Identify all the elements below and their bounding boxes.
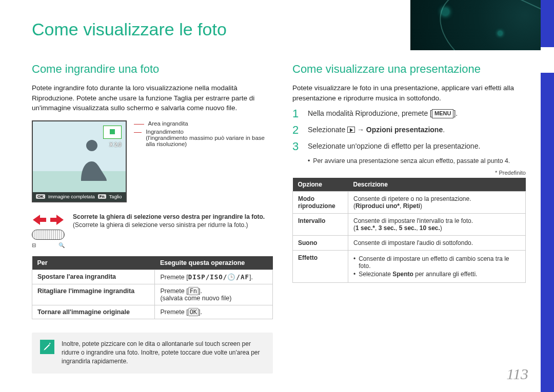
right-column: Come visualizzare una presentazione Pote…	[292, 63, 526, 283]
slideshow-steps: 1 Nella modalità Riproduzione, premete […	[292, 108, 526, 164]
ok-pill: OK	[36, 194, 45, 199]
touch-tip-box: Inoltre, potete pizzicare con le dita o …	[32, 333, 273, 374]
table-row: Suono Consente di impostare l'audio di s…	[293, 236, 526, 251]
camera-screen-preview: X 2.0 OK Immagine completata Fn Taglio	[32, 120, 127, 202]
svg-marker-0	[33, 215, 46, 225]
section-heading-slideshow: Come visualizzare una presentazione	[292, 63, 526, 76]
ok-label: Immagine completata	[48, 194, 95, 199]
page-number: 113	[506, 365, 528, 383]
table-row: Ritagliare l'immagine ingrandita Premete…	[32, 284, 273, 305]
zoom-out-icon: ⊟	[32, 242, 36, 248]
tip-icon	[40, 340, 54, 354]
table-row: Effetto •Consente di impostare un effett…	[293, 251, 526, 283]
breadcrumb: Riproduzione/Modifica	[32, 9, 98, 17]
hero-decoration	[410, 0, 554, 50]
dial-instruction: Scorrete la ghiera di selezione verso de…	[73, 213, 265, 230]
table-row: Tornare all'immagine originale Premete […	[32, 305, 273, 319]
ok-button-label: OK	[188, 308, 199, 316]
page-side-bar	[541, 0, 554, 392]
table-header-description: Descrizione	[348, 178, 526, 192]
zoom-level-label: X 2.0	[109, 142, 121, 148]
table-header-for: Per	[32, 256, 155, 270]
zoom-actions-table: Per Eseguite questa operazione Spostare …	[32, 256, 273, 319]
table-row: Intervallo Consente di impostare l'inter…	[293, 214, 526, 236]
table-header-option: Opzione	[293, 178, 348, 192]
fn-pill: Fn	[98, 194, 106, 199]
slideshow-options-table: Opzione Descrizione Modo riproduzione Co…	[292, 178, 526, 283]
section-heading-zoom: Come ingrandire una foto	[32, 63, 273, 76]
fn-label: Taglio	[109, 194, 122, 199]
enlarged-area-indicator	[103, 126, 122, 139]
page-title: Come visualizzare le foto	[32, 19, 227, 39]
table-row: Modo riproduzione Consente di ripetere o…	[293, 192, 526, 214]
screen-callouts: Area ingrandita Ingrandimento (l'ingrand…	[134, 120, 273, 149]
selection-dial-graphic: ⊟ 🔍	[32, 213, 65, 248]
default-legend: * Predefinito	[292, 170, 526, 176]
fn-button-label: Fn	[188, 287, 199, 295]
menu-button-label: MENU	[432, 109, 453, 118]
table-header-do: Eseguite questa operazione	[155, 256, 273, 270]
svg-marker-1	[50, 215, 64, 225]
table-row: Spostare l'area ingrandita Premete [DISP…	[32, 270, 273, 284]
zoom-in-icon: 🔍	[58, 242, 65, 248]
left-column: Come ingrandire una foto Potete ingrandi…	[32, 63, 273, 374]
slideshow-intro-paragraph: Potete visualizzare le foto in una prese…	[292, 83, 526, 103]
playback-icon	[347, 127, 355, 133]
direction-buttons-icon: DISP/ISO/🕒/AF	[188, 273, 249, 281]
zoom-intro-paragraph: Potete ingrandire foto durante la loro v…	[32, 83, 273, 113]
